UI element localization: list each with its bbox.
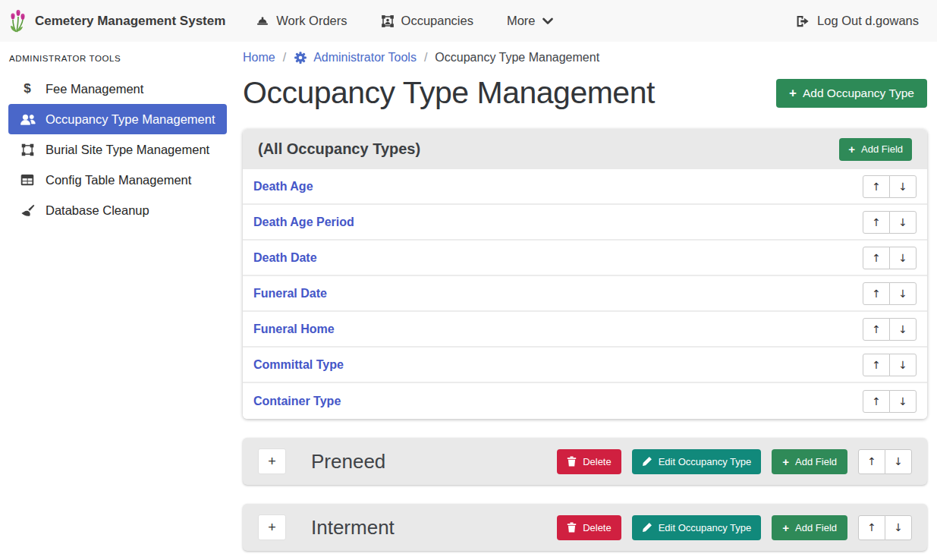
add-field-button[interactable]: + Add Field [839, 138, 912, 161]
reorder-buttons: ↑ ↓ [863, 390, 917, 413]
field-row: Death Age Period ↑ ↓ [243, 205, 927, 241]
nav-more[interactable]: More [507, 14, 553, 28]
page-title: Occupancy Type Management [243, 75, 655, 111]
breadcrumb-admin-tools-label: Administrator Tools [313, 51, 417, 64]
add-field-button[interactable]: + Add Field [772, 449, 847, 474]
edit-occupancy-type-button[interactable]: Edit Occupancy Type [632, 449, 762, 474]
field-link[interactable]: Container Type [253, 395, 341, 408]
sidebar-item-fee-management[interactable]: $ Fee Management [8, 74, 227, 104]
broom-icon [19, 204, 36, 217]
reorder-buttons: ↑ ↓ [863, 247, 917, 269]
reorder-buttons: ↑ ↓ [863, 354, 917, 376]
sidebar-item-label: Burial Site Type Management [46, 143, 209, 157]
arrow-down-icon: ↓ [898, 181, 907, 193]
edit-occupancy-type-button[interactable]: Edit Occupancy Type [632, 515, 762, 540]
delete-button[interactable]: Delete [557, 449, 621, 474]
move-up-button[interactable]: ↑ [863, 354, 890, 376]
top-navbar: Cemetery Management System Work Orders O [0, 0, 937, 42]
move-up-button[interactable]: ↑ [863, 390, 890, 413]
breadcrumb-separator: / [424, 51, 427, 64]
section-actions: Delete Edit Occupancy Type + Add Field ↑ [557, 515, 912, 540]
plus-icon: + [782, 456, 789, 467]
expand-section-button[interactable]: + [258, 448, 286, 474]
move-down-button[interactable]: ↓ [889, 318, 917, 341]
field-link[interactable]: Death Age [253, 180, 313, 193]
nav-work-orders-label: Work Orders [276, 14, 347, 28]
all-occupancy-types-card: (All Occupancy Types) + Add Field Death … [243, 129, 927, 419]
move-down-button[interactable]: ↓ [885, 449, 912, 474]
reorder-buttons: ↑ ↓ [863, 175, 917, 198]
delete-button[interactable]: Delete [557, 515, 621, 540]
move-down-button[interactable]: ↓ [885, 515, 912, 540]
chevron-down-icon [542, 17, 553, 25]
app-brand[interactable]: Cemetery Management System [8, 9, 225, 33]
move-down-button[interactable]: ↓ [889, 175, 917, 198]
sidebar-item-database-cleanup[interactable]: Database Cleanup [8, 195, 227, 225]
breadcrumb: Home / Administrator Tool [243, 48, 927, 64]
arrow-up-icon: ↑ [872, 359, 881, 371]
vector-square-icon [19, 143, 36, 156]
delete-label: Delete [583, 522, 612, 533]
field-row: Committal Type ↑ ↓ [243, 348, 927, 383]
field-row: Death Age ↑ ↓ [243, 169, 927, 205]
add-field-label: Add Field [795, 522, 837, 533]
breadcrumb-admin-tools-link[interactable]: Administrator Tools [294, 51, 417, 64]
move-up-button[interactable]: ↑ [863, 175, 890, 198]
delete-label: Delete [583, 456, 612, 467]
breadcrumb-home-link[interactable]: Home [243, 51, 275, 64]
expand-section-button[interactable]: + [258, 514, 286, 540]
move-down-button[interactable]: ↓ [889, 354, 917, 376]
move-up-button[interactable]: ↑ [863, 318, 890, 341]
brand-title: Cemetery Management System [35, 14, 225, 29]
logout-label: Log Out d.gowans [817, 14, 919, 28]
sidebar-item-label: Config Table Management [46, 173, 191, 187]
gear-icon [294, 51, 307, 64]
move-up-button[interactable]: ↑ [863, 282, 890, 305]
field-link[interactable]: Death Age Period [253, 216, 354, 229]
add-field-label: Add Field [795, 456, 837, 467]
trash-icon [567, 456, 577, 467]
move-down-button[interactable]: ↓ [889, 211, 917, 234]
reorder-buttons: ↑ ↓ [863, 318, 917, 341]
field-link[interactable]: Funeral Home [253, 322, 335, 336]
field-link[interactable]: Funeral Date [253, 287, 327, 300]
move-up-button[interactable]: ↑ [858, 515, 885, 540]
arrow-up-icon: ↑ [872, 252, 881, 264]
add-field-label: Add Field [861, 143, 903, 155]
sidebar-item-config-table-management[interactable]: Config Table Management [8, 165, 227, 195]
move-down-button[interactable]: ↓ [889, 282, 917, 305]
nav-occupancies[interactable]: Occupancies [381, 14, 473, 28]
arrow-up-icon: ↑ [872, 395, 881, 407]
plus-icon: + [782, 522, 789, 533]
section-actions: Delete Edit Occupancy Type + Add Field ↑ [557, 449, 912, 474]
section-title: Interment [311, 516, 395, 540]
field-link[interactable]: Committal Type [253, 358, 344, 372]
logout-button[interactable]: Log Out d.gowans [796, 14, 919, 28]
sidebar-item-occupancy-type-management[interactable]: Occupancy Type Management [8, 104, 227, 134]
edit-occupancy-type-label: Edit Occupancy Type [659, 522, 752, 533]
field-link[interactable]: Death Date [253, 251, 317, 265]
arrow-up-icon: ↑ [872, 181, 881, 193]
field-row: Container Type ↑ ↓ [243, 383, 927, 419]
breadcrumb-separator: / [283, 51, 286, 64]
move-up-button[interactable]: ↑ [863, 211, 890, 234]
add-field-button[interactable]: + Add Field [772, 515, 847, 540]
dollar-icon: $ [19, 81, 36, 96]
move-up-button[interactable]: ↑ [863, 247, 890, 269]
move-down-button[interactable]: ↓ [889, 390, 917, 413]
move-down-button[interactable]: ↓ [889, 247, 917, 269]
reorder-buttons: ↑ ↓ [858, 449, 912, 474]
sidebar-item-label: Database Cleanup [46, 203, 149, 218]
tulips-logo-icon [8, 9, 27, 33]
nav-work-orders[interactable]: Work Orders [256, 14, 347, 28]
sidebar-item-burial-site-type-management[interactable]: Burial Site Type Management [8, 134, 227, 165]
sidebar-item-label: Fee Management [46, 82, 143, 96]
plus-icon: + [268, 454, 276, 470]
arrow-down-icon: ↓ [894, 455, 903, 467]
plus-icon: + [789, 87, 797, 99]
trash-icon [567, 522, 577, 533]
move-up-button[interactable]: ↑ [858, 449, 885, 474]
sidebar-header: ADMINISTRATOR TOOLS [0, 46, 235, 74]
add-occupancy-type-button[interactable]: + Add Occupancy Type [776, 79, 927, 108]
main-content: Home / Administrator Tool [235, 42, 937, 551]
